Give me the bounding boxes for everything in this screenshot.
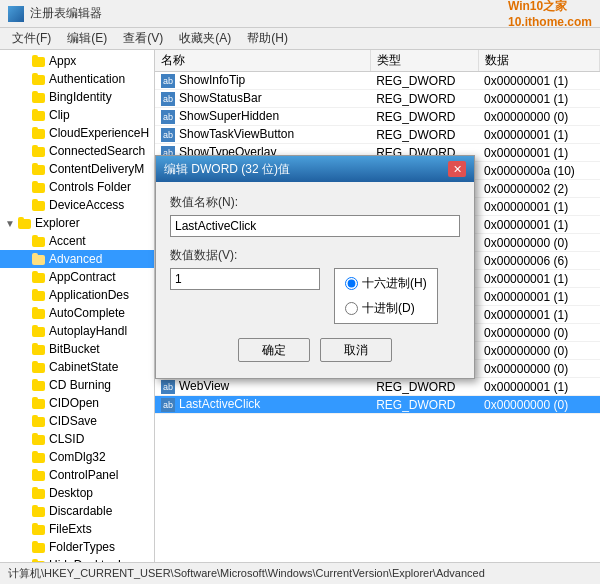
data-label: 数值数据(V): [170, 247, 460, 264]
dec-radio-label[interactable]: 十进制(D) [345, 300, 427, 317]
cancel-button[interactable]: 取消 [320, 338, 392, 362]
dialog-close-button[interactable]: ✕ [448, 161, 466, 177]
hex-label: 十六进制(H) [362, 275, 427, 292]
dialog-buttons: 确定 取消 [170, 338, 460, 366]
dec-label: 十进制(D) [362, 300, 415, 317]
dialog-title-bar: 编辑 DWORD (32 位)值 ✕ [156, 156, 474, 182]
dialog-title-text: 编辑 DWORD (32 位)值 [164, 161, 290, 178]
edit-dword-dialog: 编辑 DWORD (32 位)值 ✕ 数值名称(N): 数值数据(V): 十六进… [155, 155, 475, 379]
base-radio-group: 十六进制(H) 十进制(D) [334, 268, 438, 324]
name-label: 数值名称(N): [170, 194, 460, 211]
name-input[interactable] [170, 215, 460, 237]
data-row: 十六进制(H) 十进制(D) [170, 268, 460, 324]
ok-button[interactable]: 确定 [238, 338, 310, 362]
data-value-input[interactable] [170, 268, 320, 290]
dialog-body: 数值名称(N): 数值数据(V): 十六进制(H) 十进制(D) 确定 [156, 182, 474, 378]
hex-radio[interactable] [345, 277, 358, 290]
dialog-overlay: 编辑 DWORD (32 位)值 ✕ 数值名称(N): 数值数据(V): 十六进… [0, 0, 600, 584]
hex-radio-label[interactable]: 十六进制(H) [345, 275, 427, 292]
dec-radio[interactable] [345, 302, 358, 315]
